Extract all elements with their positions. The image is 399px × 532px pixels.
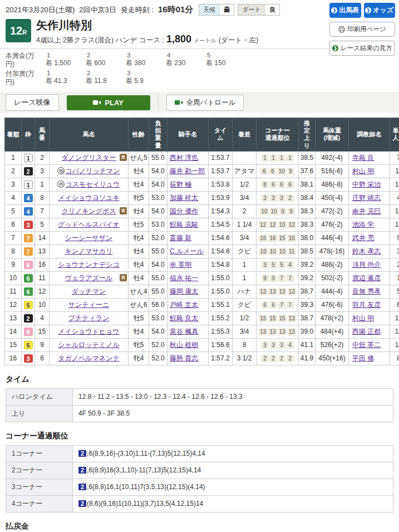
leader-horse-chip: 2 xyxy=(78,467,86,474)
result-cell: 476(-6) xyxy=(316,298,349,311)
horse-link[interactable]: メイショウドヒョウ xyxy=(58,328,120,335)
jockey-link[interactable]: C.ルメール xyxy=(170,247,204,255)
trainer-link[interactable]: 寺島 良 xyxy=(352,154,374,162)
frame-chip: 4 xyxy=(24,207,33,216)
result-cell: 6 xyxy=(35,352,50,365)
race-meeting: 2回中京3日 xyxy=(79,5,116,15)
corner-position-chip: 1 xyxy=(278,154,285,162)
horse-link[interactable]: グッドヘルスバイオ xyxy=(58,221,120,228)
corner-label: 2コーナー xyxy=(6,462,73,479)
trainer-link[interactable]: 村山 明 xyxy=(352,314,374,322)
horse-link[interactable]: シャルロッテミノル xyxy=(58,341,120,349)
trainer-link[interactable]: 須貝 尚介 xyxy=(352,261,381,269)
prize-place: 5 xyxy=(206,52,246,58)
jockey-link[interactable]: 福永 祐一 xyxy=(170,274,198,282)
prize-place: 2 xyxy=(86,70,126,76)
horse-link[interactable]: キンノマサカリ xyxy=(65,247,113,255)
horse-link[interactable]: ダッチマン xyxy=(72,287,106,295)
jockey-link[interactable]: 西村 淳也 xyxy=(170,154,198,162)
horse-link[interactable]: メイショウヨソユキ xyxy=(58,194,120,202)
play-button[interactable]: PLAY xyxy=(67,95,150,110)
result-cell: 15 xyxy=(35,325,50,338)
jockey-link[interactable]: 藤懸 貴志 xyxy=(170,354,198,362)
jockey-link[interactable]: 藤井 勘一郎 xyxy=(170,167,205,175)
horse-link[interactable]: ショウナンナデシコ xyxy=(58,261,120,269)
results-column-header: タイ ム xyxy=(209,118,233,152)
race-video-tab[interactable]: レース映像 xyxy=(6,94,59,111)
result-cell: 1 xyxy=(22,178,35,191)
result-cell: 11 xyxy=(390,164,399,178)
prize-item: 1着 41.3 xyxy=(46,70,86,86)
result-cell xyxy=(233,151,257,164)
result-cell: 池添 学 xyxy=(349,218,390,231)
trainer-link[interactable]: 鈴木 孝志 xyxy=(352,247,381,255)
jockey-link[interactable]: 幸 英明 xyxy=(170,261,191,269)
corner-position-chip: 5 xyxy=(270,261,277,269)
jockey-link[interactable]: 鮫島 良太 xyxy=(170,314,198,322)
trainer-link[interactable]: 庄野 靖志 xyxy=(352,194,381,202)
result-cell: 2222 xyxy=(257,352,299,365)
result-cell: 3332 xyxy=(257,191,299,204)
result-cell: 3/4 xyxy=(233,191,257,204)
result-cell: 牝4 xyxy=(129,231,149,245)
time-section-title: タイム xyxy=(6,374,393,384)
corner-position-chip: 15 xyxy=(259,315,267,322)
corner-position-chip: 15 xyxy=(278,235,287,242)
horse-link[interactable]: ヴェラアズール xyxy=(65,274,113,282)
result-cell: 3 xyxy=(5,178,22,191)
horse-link[interactable]: サンティーニ xyxy=(68,301,109,309)
result-cell: 1:54.3 xyxy=(209,204,233,218)
trainer-link[interactable]: 西園 正都 xyxy=(352,328,381,335)
how-to-read-button[interactable]: ❯レース結果の見方 xyxy=(329,41,395,56)
jockey-link[interactable]: 加藤 祥太 xyxy=(170,194,198,202)
horse-link[interactable]: ダノングリスター xyxy=(62,154,116,162)
result-cell: 5 xyxy=(22,338,35,352)
right-button-column: ❯出馬表 ❯オッズ 印刷用ページ ❯レース結果の見方 xyxy=(329,3,395,56)
jockey-link[interactable]: 戸崎 圭太 xyxy=(170,301,198,309)
horse-link[interactable]: コパノリッチマン xyxy=(65,167,120,175)
horse-link[interactable]: シーシーサザン xyxy=(65,234,112,242)
result-cell: 1:55.1 xyxy=(209,298,233,311)
jockey-link[interactable]: 泉谷 楓真 xyxy=(170,328,198,335)
jockey-link[interactable]: 鮫島 克駿 xyxy=(170,221,198,228)
jockey-link[interactable]: 国分 優作 xyxy=(170,207,198,215)
corner-position-chip: 13 xyxy=(288,315,296,322)
result-row: 547クリノキングボスB牡454.0国分 優作1:54.3210109938.3… xyxy=(5,204,399,218)
trainer-link[interactable]: 池添 学 xyxy=(352,221,374,228)
trainer-link[interactable]: 羽月 友彦 xyxy=(352,301,381,309)
horse-link[interactable]: クリノキングボス xyxy=(61,207,116,215)
horse-link[interactable]: タガノペルマネンテ xyxy=(58,354,120,362)
trainer-link[interactable]: 中舘 英二 xyxy=(352,341,381,349)
trainer-link[interactable]: 音無 秀孝 xyxy=(352,287,381,295)
jockey-link[interactable]: 斎藤 新 xyxy=(170,234,191,242)
entries-button[interactable]: ❯出馬表 xyxy=(329,3,361,18)
patrol-video-button[interactable]: 全周パトロール xyxy=(166,95,244,111)
result-cell: 13 xyxy=(35,245,50,258)
result-cell: 15 xyxy=(5,338,22,352)
jockey-link[interactable]: 秋山 稔樹 xyxy=(170,341,198,349)
result-cell: 502(-2) xyxy=(316,271,349,285)
trainer-link[interactable]: 渡辺 薫彦 xyxy=(352,274,381,282)
result-row: 12510サンティーニせん656.0戸崎 圭太1:55.1クビ667739.34… xyxy=(5,298,399,311)
trainer-link[interactable]: 中野 栄治 xyxy=(352,180,381,188)
horse-link[interactable]: プチティラン xyxy=(68,314,110,322)
jockey-link[interactable]: 荻野 極 xyxy=(170,180,191,188)
jockey-link[interactable]: 藤岡 康太 xyxy=(170,287,198,295)
corner-position-chip: 6 xyxy=(278,181,285,188)
result-cell: 10 xyxy=(35,298,50,311)
result-cell: 38.3 xyxy=(299,218,316,231)
horse-link[interactable]: コスモセイリュウ xyxy=(65,180,120,188)
print-page-button[interactable]: 印刷用ページ xyxy=(329,22,395,37)
results-column-header: 調教師名 xyxy=(349,118,390,152)
result-cell: 41.9 xyxy=(299,352,316,365)
trainer-link[interactable]: 平田 修 xyxy=(352,354,374,362)
trainer-link[interactable]: 南井 克巳 xyxy=(352,207,381,215)
trainer-link[interactable]: 村山 明 xyxy=(352,167,374,175)
result-cell: クビ xyxy=(233,298,257,311)
corner-position-chip: 1 xyxy=(262,154,269,162)
prize-amount: 着 380 xyxy=(126,58,166,68)
corner-position-chip: 7 xyxy=(278,301,285,309)
trainer-link[interactable]: 武井 亮 xyxy=(352,234,374,242)
odds-button[interactable]: ❯オッズ xyxy=(364,3,396,18)
corner-position-chip: 3 xyxy=(270,194,277,202)
